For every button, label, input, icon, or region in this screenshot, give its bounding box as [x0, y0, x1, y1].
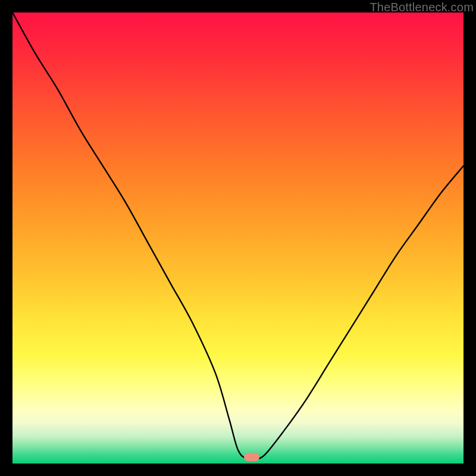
- watermark-text: TheBottleneck.com: [369, 1, 474, 14]
- chart-frame: TheBottleneck.com: [0, 0, 476, 476]
- bottleneck-curve: [12, 12, 464, 464]
- optimal-marker: [244, 453, 259, 461]
- plot-area: [12, 12, 464, 464]
